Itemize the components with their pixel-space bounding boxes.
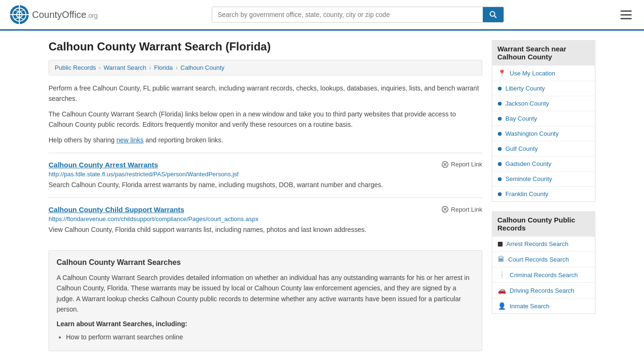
sidebar-link-court[interactable]: 🏛 Court Records Search (492, 252, 595, 267)
sidebar-link-gulf[interactable]: Gulf County (492, 141, 595, 156)
learn-item-1: How to perform warrant searches online (66, 331, 474, 343)
sidebar-link-inmate[interactable]: 👤 Inmate Search (492, 298, 595, 313)
sidebar-item-bay[interactable]: Bay County (492, 111, 595, 126)
svg-point-5 (490, 12, 495, 16)
warrant-title-1[interactable]: Calhoun County Arrest Warrants (49, 161, 158, 169)
breadcrumb-public-records[interactable]: Public Records (55, 64, 96, 71)
logo-area[interactable]: CountyOffice.org (9, 5, 98, 25)
intro-paragraph-2: The Calhoun County Warrant Search (Flori… (49, 109, 482, 130)
sidebar-nearby-heading: Warrant Search near Calhoun County (492, 40, 595, 66)
breadcrumb-sep: › (175, 64, 177, 71)
warrant-card-1: Calhoun County Arrest Warrants Report Li… (49, 153, 482, 197)
svg-line-6 (494, 16, 496, 18)
breadcrumb-sep: › (149, 64, 151, 71)
sidebar-label-gulf: Gulf County (505, 145, 538, 152)
sidebar-nearby-section: Warrant Search near Calhoun County 📍 Use… (492, 40, 595, 202)
learn-title: Learn about Warrant Searches, including: (57, 320, 474, 328)
main-layout: Calhoun County Warrant Search (Florida) … (39, 31, 605, 361)
sidebar-item-seminole[interactable]: Seminole County (492, 172, 595, 187)
warrant-url-1[interactable]: http://pas.fdle.state.fl.us/pas/restrict… (49, 171, 482, 178)
sidebar-item-court[interactable]: 🏛 Court Records Search (492, 252, 595, 267)
sidebar-public-records-list: Arrest Records Search 🏛 Court Records Se… (492, 237, 595, 314)
search-bar (212, 7, 504, 23)
person-icon: 👤 (498, 302, 506, 310)
warrant-desc-2: View Calhoun County, Florida child suppo… (49, 224, 482, 235)
sidebar-item-jackson[interactable]: Jackson County (492, 96, 595, 111)
breadcrumb-calhoun[interactable]: Calhoun County (181, 64, 224, 71)
report-link-2[interactable]: Report Link (441, 206, 482, 213)
learn-list: How to perform warrant searches online (57, 331, 474, 343)
sidebar-link-criminal[interactable]: ❕ Criminal Records Search (492, 267, 595, 282)
sidebar-label-liberty: Liberty County (505, 85, 545, 92)
sidebar-item-criminal[interactable]: ❕ Criminal Records Search (492, 267, 595, 283)
sidebar-link-franklin[interactable]: Franklin County (492, 187, 595, 201)
search-icon (489, 11, 497, 18)
sidebar-label-gadsden: Gadsden County (505, 160, 552, 167)
sidebar-item-gulf[interactable]: Gulf County (492, 141, 595, 156)
new-links[interactable]: new links (116, 136, 144, 144)
dot-icon (498, 162, 502, 166)
building-icon: 🏛 (498, 255, 504, 263)
sidebar-label-criminal: Criminal Records Search (510, 272, 578, 279)
help-text: Help others by sharing new links and rep… (49, 135, 482, 145)
sidebar-label-court: Court Records Search (508, 256, 569, 263)
sidebar-item-franklin[interactable]: Franklin County (492, 187, 595, 201)
help-text-after: and reporting broken links. (144, 136, 223, 144)
sidebar-link-bay[interactable]: Bay County (492, 111, 595, 126)
sidebar-label-inmate: Inmate Search (510, 303, 550, 310)
report-label-2: Report Link (451, 206, 482, 213)
dot-icon (498, 147, 502, 151)
sidebar-link-washington[interactable]: Washington County (492, 126, 595, 141)
warrant-searches-desc: A Calhoun County Warrant Search provides… (57, 272, 474, 315)
sidebar-link-driving[interactable]: 🚗 Driving Records Search (492, 283, 595, 298)
warrant-card-2-header: Calhoun County Child Support Warrants Re… (49, 206, 482, 214)
sidebar-item-location[interactable]: 📍 Use My Location (492, 66, 595, 81)
sidebar: Warrant Search near Calhoun County 📍 Use… (492, 40, 595, 351)
menu-button[interactable] (618, 8, 635, 22)
content-area: Calhoun County Warrant Search (Florida) … (49, 40, 482, 351)
sidebar-label-jackson: Jackson County (505, 100, 549, 107)
dot-icon (498, 192, 502, 196)
sidebar-label-arrest: Arrest Records Search (506, 240, 569, 247)
logo-suffix: .org (86, 12, 98, 19)
dot-icon (498, 117, 502, 121)
search-button[interactable] (483, 7, 504, 22)
menu-line (620, 10, 632, 12)
warrant-url-2[interactable]: https://floridarevenue.com/childsupport/… (49, 215, 482, 222)
sidebar-link-gadsden[interactable]: Gadsden County (492, 156, 595, 171)
breadcrumb-sep: › (99, 64, 100, 71)
breadcrumb-warrant-search[interactable]: Warrant Search (104, 64, 147, 71)
sidebar-label-seminole: Seminole County (505, 175, 552, 182)
sidebar-label-location: Use My Location (510, 70, 555, 77)
sidebar-link-arrest[interactable]: Arrest Records Search (492, 237, 595, 251)
sidebar-item-driving[interactable]: 🚗 Driving Records Search (492, 283, 595, 298)
dot-icon (498, 177, 502, 181)
menu-line (620, 14, 632, 16)
sidebar-item-arrest[interactable]: Arrest Records Search (492, 237, 595, 252)
warrant-card-2: Calhoun County Child Support Warrants Re… (49, 197, 482, 242)
sidebar-link-location[interactable]: 📍 Use My Location (492, 66, 595, 81)
sidebar-item-washington[interactable]: Washington County (492, 126, 595, 141)
warrant-searches-section: Calhoun County Warrant Searches A Calhou… (49, 250, 482, 352)
sidebar-link-liberty[interactable]: Liberty County (492, 81, 595, 96)
warrant-card-1-header: Calhoun County Arrest Warrants Report Li… (49, 161, 482, 169)
square-icon (498, 242, 503, 247)
sidebar-item-liberty[interactable]: Liberty County (492, 81, 595, 96)
sidebar-public-records-heading: Calhoun County Public Records (492, 211, 595, 237)
logo-text: CountyOffice.org (32, 9, 98, 20)
dot-icon (498, 132, 502, 136)
intro-paragraph-1: Perform a free Calhoun County, FL public… (49, 83, 482, 104)
warrant-title-2[interactable]: Calhoun County Child Support Warrants (49, 206, 184, 214)
sidebar-link-jackson[interactable]: Jackson County (492, 96, 595, 111)
search-input[interactable] (212, 7, 483, 22)
sidebar-item-inmate[interactable]: 👤 Inmate Search (492, 298, 595, 313)
sidebar-label-driving: Driving Records Search (510, 287, 574, 294)
site-header: CountyOffice.org (0, 0, 644, 31)
report-link-1[interactable]: Report Link (441, 161, 482, 168)
sidebar-item-gadsden[interactable]: Gadsden County (492, 156, 595, 172)
breadcrumb-florida[interactable]: Florida (154, 64, 173, 71)
logo-icon (9, 5, 29, 25)
breadcrumb: Public Records › Warrant Search › Florid… (49, 60, 482, 75)
sidebar-link-seminole[interactable]: Seminole County (492, 172, 595, 186)
sidebar-label-bay: Bay County (505, 115, 537, 122)
